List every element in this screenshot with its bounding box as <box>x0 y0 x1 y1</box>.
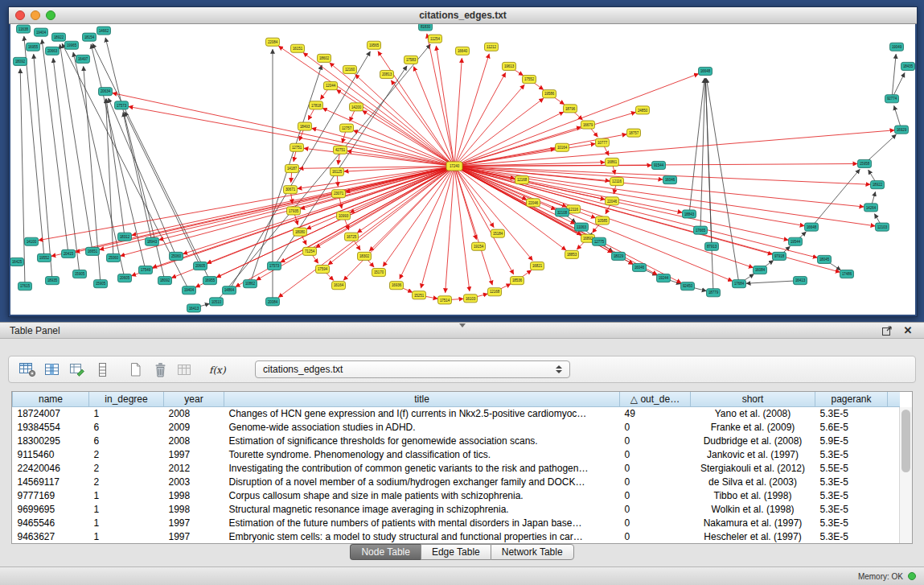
graph-node[interactable]: 16955 <box>203 277 217 285</box>
graph-node[interactable]: 18092 <box>158 277 172 285</box>
table-cell[interactable]: 18300295 <box>13 434 89 447</box>
graph-node[interactable]: 15958 <box>858 159 872 167</box>
column-header[interactable]: in_degree <box>89 392 164 406</box>
table-cell[interactable]: 0 <box>620 447 691 461</box>
graph-edge[interactable] <box>53 58 80 274</box>
graph-node[interactable]: 11063 <box>575 223 589 231</box>
graph-node[interactable]: 17549 <box>139 266 153 274</box>
graph-node[interactable]: 12757 <box>340 124 354 132</box>
graph-edge[interactable] <box>436 46 454 166</box>
graph-node[interactable]: 11212 <box>485 43 499 51</box>
graph-node[interactable]: 17514 <box>438 296 452 304</box>
graph-node[interactable]: 18922 <box>871 181 885 189</box>
graph-node[interactable]: 16648 <box>805 223 819 231</box>
table-cell[interactable]: 1997 <box>164 447 224 461</box>
graph-node[interactable]: 14662 <box>97 27 111 35</box>
graph-node[interactable]: 24850 <box>636 106 650 114</box>
graph-edge[interactable] <box>454 166 681 282</box>
edit-table-icon[interactable] <box>67 360 88 379</box>
tab-edge-table[interactable]: Edge Table <box>421 544 491 560</box>
table-cell[interactable]: 5.3E-5 <box>815 488 888 502</box>
graph-edge[interactable] <box>113 93 454 167</box>
graph-node[interactable]: 20605 <box>118 274 132 282</box>
graph-edge[interactable] <box>357 166 454 233</box>
graph-edge[interactable] <box>746 281 800 284</box>
graph-node[interactable]: 18843 <box>683 210 696 218</box>
graph-node[interactable]: 42751 <box>334 146 347 154</box>
graph-node[interactable]: 18302 <box>358 252 372 260</box>
graph-node[interactable]: 14864 <box>223 286 236 295</box>
graph-edge[interactable] <box>454 72 506 166</box>
graph-edge[interactable] <box>355 75 454 167</box>
graph-node[interactable]: 19565 <box>368 41 381 49</box>
table-cell[interactable]: 1998 <box>164 502 224 516</box>
graph-node[interactable]: 18536 <box>511 277 524 285</box>
graph-edge[interactable] <box>454 112 564 167</box>
graph-node[interactable]: 16413 <box>794 277 807 285</box>
graph-edge[interactable] <box>454 84 524 166</box>
graph-node[interactable]: 12103 <box>876 223 889 231</box>
graph-edge[interactable] <box>427 34 454 167</box>
graph-node[interactable]: 18935 <box>46 277 60 285</box>
graph-node[interactable]: 16164 <box>332 282 346 290</box>
graph-node[interactable]: 16425 <box>10 257 24 266</box>
graph-edge[interactable] <box>123 113 152 242</box>
graph-edge[interactable] <box>454 98 544 166</box>
table-row[interactable]: 946554611997Estimation of the future num… <box>13 516 901 529</box>
graph-node[interactable]: 23071 <box>332 190 346 198</box>
graph-edge[interactable] <box>454 166 470 290</box>
graph-node[interactable]: 16084 <box>754 266 767 274</box>
graph-node[interactable]: 18922 <box>52 33 66 41</box>
table-cell[interactable]: Dudbridge et al. (2008) <box>691 434 815 447</box>
graph-node[interactable]: 19154 <box>472 242 486 250</box>
table-cell[interactable]: Disruption of a novel member of a sodium… <box>224 475 620 488</box>
table-cell[interactable]: 9115460 <box>13 447 89 461</box>
table-cell[interactable]: 0 <box>620 461 691 475</box>
table-cell[interactable]: 0 <box>620 516 691 529</box>
graph-node[interactable]: 18435 <box>901 62 915 70</box>
graph-node[interactable]: 20813 <box>380 70 394 78</box>
graph-node[interactable]: 18779 <box>707 289 721 297</box>
table-cell[interactable]: 5.3E-5 <box>815 516 888 529</box>
table-cell[interactable]: Yano et al. (2008) <box>691 406 815 420</box>
graph-node[interactable]: 17594 <box>316 265 330 273</box>
float-window-icon[interactable] <box>881 325 893 336</box>
graph-edge[interactable] <box>216 166 454 277</box>
graph-edge[interactable] <box>700 79 705 231</box>
table-cell[interactable]: Structural magnetic resonance image aver… <box>224 502 620 516</box>
graph-node[interactable]: 16497 <box>76 55 90 63</box>
table-cell[interactable]: 0 <box>620 502 691 516</box>
table-cell[interactable]: Jankovic et al. (1997) <box>691 447 815 461</box>
table-settings-icon[interactable] <box>17 360 38 379</box>
table-cell[interactable]: 0 <box>620 529 691 543</box>
graph-node[interactable]: 17935 <box>287 207 301 215</box>
graph-edge[interactable] <box>20 68 25 286</box>
table-row[interactable]: 946362711997Embryonic stem cells: a mode… <box>13 529 901 543</box>
graph-node[interactable]: 15251 <box>413 291 426 299</box>
table-cell[interactable]: 2 <box>89 461 164 475</box>
table-cell[interactable]: 0 <box>620 420 691 434</box>
graph-edge[interactable] <box>125 112 200 266</box>
table-cell[interactable]: 2003 <box>164 475 224 488</box>
table-cell[interactable]: 2 <box>89 475 164 488</box>
graph-node[interactable]: 12044 <box>324 82 338 90</box>
zoom-window-icon[interactable] <box>46 10 55 20</box>
table-cell[interactable]: 1 <box>89 502 164 516</box>
graph-node[interactable]: 17552 <box>523 76 536 84</box>
graph-edge[interactable] <box>73 52 125 278</box>
graph-edge[interactable] <box>811 169 860 227</box>
table-cell[interactable]: 5.9E-5 <box>815 434 888 447</box>
graph-edge[interactable] <box>132 166 454 235</box>
graph-node[interactable]: 18943 <box>146 237 159 245</box>
graph-node[interactable]: 14100 <box>25 237 39 245</box>
table-cell[interactable]: 5.3E-5 <box>815 447 888 461</box>
graph-node[interactable]: 12775 <box>593 237 606 245</box>
graph-node[interactable]: 87913 <box>705 242 719 250</box>
table-cell[interactable]: Investigating the contribution of common… <box>224 461 620 475</box>
table-cell[interactable]: 5.3E-5 <box>815 406 888 420</box>
graph-node[interactable]: 16929 <box>895 126 909 134</box>
table-cell[interactable]: Tibbo et al. (1998) <box>691 488 815 502</box>
table-cell[interactable]: 1998 <box>164 488 224 502</box>
table-cell[interactable]: Embryonic stem cells: a model to study s… <box>224 529 620 543</box>
graph-node[interactable]: 12751 <box>290 143 304 151</box>
